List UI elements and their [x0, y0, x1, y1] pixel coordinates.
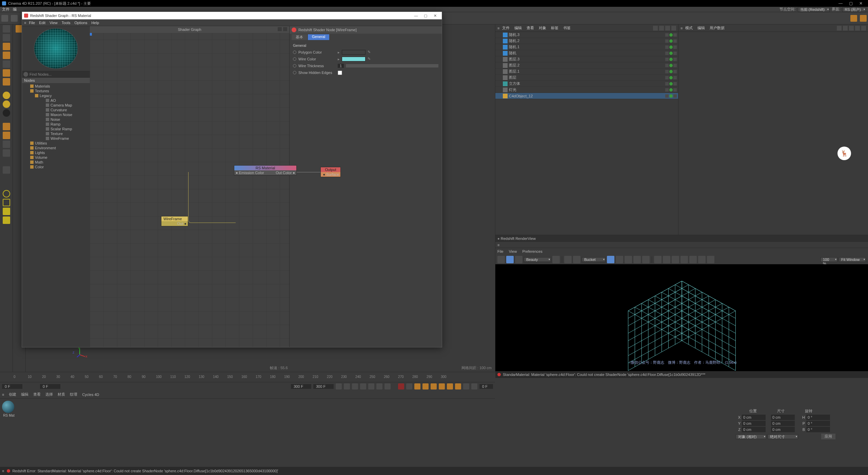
mat-menu-edit[interactable]: 编辑 [21, 392, 28, 397]
tree-math[interactable]: Math [22, 160, 90, 165]
radio-icon[interactable] [293, 51, 296, 54]
search-icon[interactable] [23, 72, 28, 77]
tree-item[interactable]: AO [22, 98, 90, 103]
radio-icon[interactable] [293, 71, 296, 74]
shader-graph-canvas[interactable]: Shader Graph WireFrame Out ● RS Material… [90, 26, 289, 347]
find-nodes-input[interactable]: Find Nodes... [29, 72, 52, 76]
tree-volume[interactable]: Volume [22, 155, 90, 160]
end-frame2[interactable]: 300 F [313, 384, 334, 389]
play-icon[interactable] [360, 383, 366, 390]
wire-thickness-value[interactable]: 1 [338, 64, 344, 68]
key-icon[interactable] [471, 383, 477, 390]
tree-utilities[interactable]: Utilities [22, 141, 90, 146]
move-tool[interactable] [3, 34, 10, 41]
menu-icon[interactable] [861, 26, 866, 31]
tool-icon[interactable] [860, 15, 867, 22]
nav-back-icon[interactable] [837, 26, 842, 31]
live-select-tool[interactable] [3, 25, 10, 33]
prev-frame-icon[interactable] [352, 383, 358, 390]
hamburger-icon[interactable]: ≡ [2, 393, 4, 397]
autokey-icon[interactable] [406, 383, 412, 390]
rv-refresh-icon[interactable] [515, 256, 522, 263]
tree-item[interactable]: Maxon Noise [22, 112, 90, 117]
tool-icon[interactable] [3, 132, 10, 139]
tool-icon[interactable] [3, 199, 10, 206]
coord-mode1[interactable]: 对象 (相对) [736, 434, 766, 439]
rv-menu-prefs[interactable]: Preferences [522, 249, 542, 253]
show-hidden-checkbox[interactable] [338, 71, 342, 75]
hamburger-icon[interactable]: ≡ [2, 469, 4, 473]
coord-mode2[interactable]: 绝对尺寸 [768, 434, 798, 439]
next-key-icon[interactable] [376, 383, 382, 390]
key-param-icon[interactable] [455, 383, 461, 390]
tool-icon[interactable] [3, 216, 10, 224]
next-frame-icon[interactable] [368, 383, 374, 390]
node-wireframe[interactable]: WireFrame Out ● [161, 216, 188, 226]
tree-item[interactable]: Scalar Ramp [22, 127, 90, 131]
hamburger-icon[interactable]: ≡ [497, 243, 499, 247]
tab-basic[interactable]: 基本 [292, 34, 307, 40]
sg-close[interactable]: ✕ [430, 14, 440, 18]
minimize-button[interactable]: — [835, 1, 846, 6]
radio-icon[interactable] [293, 57, 296, 61]
record-icon[interactable] [398, 383, 404, 390]
frame-right[interactable]: 0 F [479, 384, 493, 389]
om-menu-view[interactable]: 查看 [527, 25, 534, 31]
rotate-tool[interactable] [3, 52, 10, 59]
tool-icon[interactable] [850, 15, 857, 22]
goto-end-icon[interactable] [384, 383, 391, 390]
node-rs-material[interactable]: RS Material ● Emission ColorOut Color ● [234, 165, 297, 175]
object-row[interactable]: 随机 [495, 50, 678, 56]
eyedropper-icon[interactable]: ✎ [368, 57, 372, 61]
material-tool[interactable] [3, 100, 10, 108]
tool-icon[interactable] [3, 69, 10, 77]
rv-fit-dropdown[interactable]: Fit Window [839, 257, 866, 262]
tree-item[interactable]: Noise [22, 117, 90, 122]
tree-textures[interactable]: Textures [22, 89, 90, 93]
rv-zoom[interactable]: 100 % [821, 257, 837, 262]
radio-icon[interactable] [293, 64, 296, 68]
close-button[interactable]: ✕ [856, 1, 866, 6]
mat-menu-view[interactable]: 查看 [33, 392, 41, 397]
sg-minimize[interactable]: — [411, 14, 421, 18]
object-row[interactable]: 图层.1 [495, 69, 678, 75]
object-row[interactable]: 图层.3 [495, 56, 678, 62]
key-rot-icon[interactable] [447, 383, 453, 390]
current-frame[interactable]: 0 F [2, 384, 22, 389]
coord-apply-button[interactable]: 应用 [821, 434, 835, 439]
tree-color[interactable]: Color [22, 165, 90, 169]
tool-icon[interactable] [3, 140, 10, 148]
key-pos-icon[interactable] [431, 383, 437, 390]
rv-crop-icon[interactable] [573, 256, 580, 263]
hamburger-icon[interactable]: ≡ [497, 26, 499, 30]
timeline-ruler[interactable]: 0102030405060708090100110120130140150160… [0, 372, 495, 382]
om-menu-file[interactable]: 文件 [502, 25, 510, 31]
undo-icon[interactable] [1, 15, 8, 22]
om-menu-edit[interactable]: 编辑 [514, 25, 522, 31]
object-row[interactable]: C4dObject_12 [495, 93, 678, 99]
hamburger-icon[interactable]: ≡ [680, 26, 683, 30]
tool-icon[interactable] [3, 78, 10, 86]
tab-general[interactable]: General [308, 34, 329, 40]
layout-dropdown[interactable]: RS (用户) [842, 7, 866, 12]
rv-ipr-button[interactable] [506, 256, 514, 263]
tool-icon[interactable] [3, 208, 10, 215]
sg-titlebar[interactable]: Redshift Shader Graph - RS Material — ▢ … [22, 12, 442, 19]
material-slot[interactable]: RS Mat [2, 401, 16, 465]
node-output[interactable]: Output ● Surface [320, 167, 341, 177]
sg-menu-options[interactable]: Options [74, 21, 87, 25]
view-icon[interactable] [659, 26, 664, 31]
node-space-dropdown[interactable]: 当前 (Redshift) [798, 7, 830, 12]
om-menu-bookmarks[interactable]: 书签 [563, 25, 571, 31]
sg-icon[interactable] [278, 27, 282, 31]
tree-item[interactable]: Ramp [22, 122, 90, 127]
menu-edit[interactable]: 编 [13, 7, 17, 12]
tree-environment[interactable]: Environment [22, 146, 90, 150]
sg-maximize[interactable]: ▢ [421, 14, 430, 18]
nav-up-icon[interactable] [843, 26, 848, 31]
sg-menu-edit[interactable]: Edit [39, 21, 45, 25]
wire-thickness-slider[interactable] [346, 64, 438, 68]
start-frame[interactable]: 0 F [40, 384, 60, 389]
object-row[interactable]: 图层 [495, 75, 678, 81]
tree-lights[interactable]: Lights [22, 150, 90, 155]
